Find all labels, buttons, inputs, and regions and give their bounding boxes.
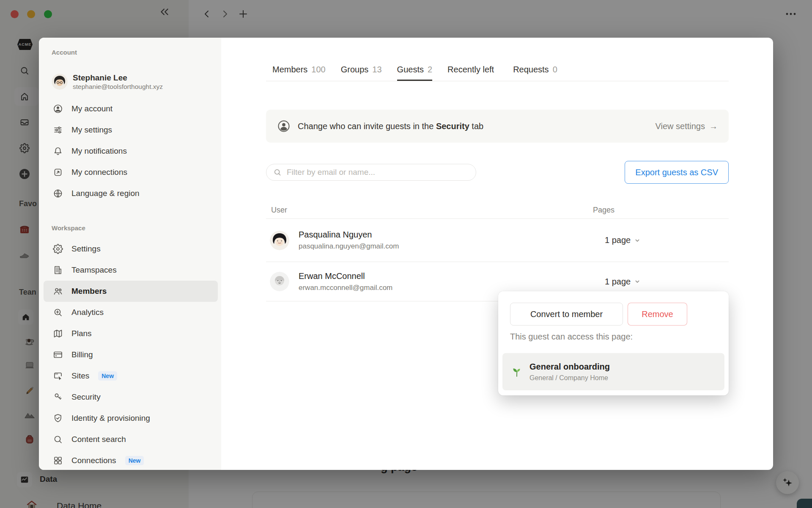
account-section-title: Account (52, 49, 221, 56)
nav-security[interactable]: Security (39, 387, 221, 408)
search-icon (273, 168, 282, 177)
guest-controls: Export guests as CSV (266, 161, 729, 184)
pages-count: 1 page (605, 277, 631, 287)
tab-label: Guests (397, 65, 424, 75)
guest-email: erwan.mcconnell@gmail.com (299, 283, 392, 293)
tab-guests[interactable]: Guests 2 (397, 65, 432, 81)
tab-count: 13 (372, 65, 381, 75)
nav-label: Analytics (71, 308, 104, 317)
nav-label: Identity & provisioning (71, 414, 150, 423)
people-icon (52, 286, 64, 296)
tab-count: 0 (553, 65, 557, 75)
nav-language-region[interactable]: Language & region (39, 183, 221, 204)
pages-count: 1 page (605, 235, 631, 245)
tab-label: Requests (513, 65, 549, 75)
browser-icon (52, 371, 64, 381)
tab-members[interactable]: Members 100 (272, 65, 326, 81)
nav-label: Language & region (71, 189, 140, 198)
search-icon (52, 434, 64, 444)
nav-label: Billing (71, 350, 93, 359)
column-pages: Pages (593, 206, 614, 215)
screen: ACME Favo Tean (0, 0, 812, 508)
nav-sites[interactable]: Sites New (39, 365, 221, 387)
shield-check-icon (52, 413, 64, 423)
nav-teamspaces[interactable]: Teamspaces (39, 260, 221, 281)
tab-label: Members (272, 65, 307, 75)
filter-input[interactable] (286, 167, 469, 177)
tab-label: Groups (341, 65, 369, 75)
view-settings-link[interactable]: View settings → (656, 121, 718, 131)
column-user: User (271, 206, 287, 215)
nav-my-connections[interactable]: My connections (39, 162, 221, 183)
workspace-section-title: Workspace (52, 224, 221, 232)
analytics-icon (52, 307, 64, 318)
avatar (270, 272, 289, 291)
grid-icon (52, 456, 64, 466)
convert-to-member-button[interactable]: Convert to member (510, 303, 623, 326)
chevron-down-icon (634, 237, 640, 243)
tab-recently-left[interactable]: Recently left (447, 65, 498, 81)
nav-settings[interactable]: Settings (39, 238, 221, 260)
page-path: General / Company Home (529, 374, 610, 382)
credit-card-icon (52, 350, 64, 360)
account-user[interactable]: Stephanie Lee stephanie@toolsforthought.… (52, 73, 214, 91)
popup-description: This guest can access this page: (510, 332, 633, 342)
nav-my-settings[interactable]: My settings (39, 119, 221, 141)
pages-dropdown[interactable]: 1 page (605, 277, 640, 287)
globe-icon (52, 188, 64, 199)
accessible-page-item[interactable]: General onboarding General / Company Hom… (502, 353, 724, 390)
sliders-icon (52, 125, 64, 135)
nav-analytics[interactable]: Analytics (39, 302, 221, 323)
new-badge: New (98, 371, 117, 381)
tab-count: 100 (311, 65, 325, 75)
nav-content-search[interactable]: Content search (39, 429, 221, 450)
export-guests-button[interactable]: Export guests as CSV (625, 161, 729, 184)
avatar (52, 74, 68, 90)
tab-groups[interactable]: Groups 13 (341, 65, 382, 81)
member-tabs: Members 100 Groups 13 Guests 2 Recently … (266, 65, 729, 81)
nav-label: My account (71, 104, 112, 113)
nav-my-notifications[interactable]: My notifications (39, 141, 221, 162)
settings-modal: Account Stephanie Lee stephanie@toolsfor… (39, 38, 773, 470)
nav-label: Members (71, 287, 107, 296)
chevron-down-icon (634, 279, 640, 284)
guests-table: User Pages Pasqualina Nguyen pasqualina.… (266, 202, 729, 301)
person-circle-icon (277, 119, 291, 133)
tab-count: 2 (428, 65, 432, 75)
nav-identity-provisioning[interactable]: Identity & provisioning (39, 408, 221, 429)
nav-label: Connections (71, 456, 116, 465)
bell-icon (52, 146, 64, 156)
nav-billing[interactable]: Billing (39, 344, 221, 365)
account-user-name: Stephanie Lee (73, 73, 163, 83)
nav-label: Settings (71, 244, 101, 254)
map-icon (52, 329, 64, 339)
nav-connections[interactable]: Connections New (39, 450, 221, 470)
tab-label: Recently left (447, 65, 494, 75)
account-user-email: stephanie@toolsforthought.xyz (73, 83, 163, 91)
nav-my-account[interactable]: My account (39, 98, 221, 119)
remove-guest-button[interactable]: Remove (628, 303, 687, 326)
tab-requests[interactable]: Requests 0 (513, 65, 557, 81)
person-circle-icon (52, 104, 64, 114)
nav-label: My connections (71, 168, 127, 177)
guest-name: Erwan McConnell (299, 271, 392, 282)
pages-dropdown[interactable]: 1 page (605, 235, 640, 245)
table-header: User Pages (266, 202, 729, 219)
nav-label: My notifications (71, 146, 127, 156)
arrow-right-icon: → (709, 121, 718, 131)
avatar (270, 231, 289, 250)
view-settings-label: View settings (656, 121, 705, 131)
seedling-icon (511, 366, 523, 378)
filter-input-wrapper[interactable] (266, 164, 476, 181)
guest-name: Pasqualina Nguyen (299, 229, 399, 240)
banner-text: Change who can invite guests in the Secu… (298, 121, 483, 131)
page-title: General onboarding (529, 362, 610, 372)
nav-members[interactable]: Members (44, 281, 218, 302)
nav-label: Content search (71, 435, 126, 444)
nav-plans[interactable]: Plans (39, 323, 221, 344)
nav-label: Sites (71, 371, 89, 381)
guest-row[interactable]: Pasqualina Nguyen pasqualina.nguyen@gmai… (266, 219, 729, 262)
nav-label: Plans (71, 329, 92, 338)
guest-email: pasqualina.nguyen@gmail.com (299, 242, 399, 251)
gear-icon (52, 244, 64, 254)
